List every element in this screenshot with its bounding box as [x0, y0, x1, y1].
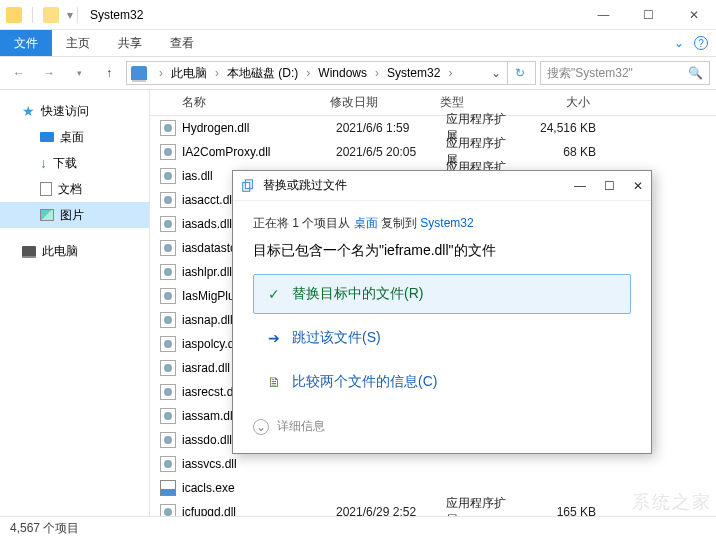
source-link[interactable]: 桌面 [354, 216, 378, 230]
separator [77, 7, 78, 23]
sidebar: ★ 快速访问 桌面 ↓ 下载 文档 图片 此电脑 [0, 90, 150, 516]
file-row[interactable]: icacls.exe [150, 476, 716, 500]
skip-icon: ➔ [266, 330, 282, 346]
sidebar-desktop[interactable]: 桌面 [0, 124, 149, 150]
dialog-minimize-button[interactable]: — [574, 179, 586, 193]
crumb-windows[interactable]: Windows [316, 66, 369, 80]
file-name: IA2ComProxy.dll [182, 145, 326, 159]
history-dropdown[interactable]: ▾ [66, 60, 92, 86]
pc-icon [22, 246, 36, 256]
refresh-button[interactable]: ↻ [507, 61, 531, 85]
col-date[interactable]: 修改日期 [320, 94, 430, 111]
file-name: Hydrogen.dll [182, 121, 326, 135]
ribbon-tabs: 文件 主页 共享 查看 ⌄ ? [0, 30, 716, 56]
check-icon: ✓ [266, 286, 282, 302]
dll-icon [160, 504, 176, 516]
close-button[interactable]: ✕ [671, 0, 716, 30]
download-icon: ↓ [40, 155, 47, 171]
qat-dropdown-icon[interactable]: ▾ [67, 8, 73, 22]
chevron-right-icon[interactable]: › [300, 66, 316, 80]
up-button[interactable]: ↑ [96, 60, 122, 86]
file-list-header: 名称 修改日期 类型 大小 [150, 90, 716, 116]
sidebar-thispc[interactable]: 此电脑 [0, 238, 149, 264]
details-label: 详细信息 [277, 418, 325, 435]
col-name[interactable]: 名称 [150, 94, 320, 111]
tab-share[interactable]: 共享 [104, 30, 156, 56]
sidebar-downloads[interactable]: ↓ 下载 [0, 150, 149, 176]
chevron-right-icon[interactable]: › [442, 66, 458, 80]
col-type[interactable]: 类型 [430, 94, 520, 111]
details-toggle[interactable]: ⌄ 详细信息 [253, 418, 631, 435]
dialog-copy-message: 正在将 1 个项目从 桌面 复制到 System32 [253, 215, 631, 232]
star-icon: ★ [22, 103, 35, 119]
file-size: 24,516 KB [526, 121, 606, 135]
dialog-close-button[interactable]: ✕ [633, 179, 643, 193]
chevron-down-icon: ⌄ [253, 419, 269, 435]
svg-rect-0 [243, 182, 250, 191]
sidebar-pictures[interactable]: 图片 [0, 202, 149, 228]
file-size: 165 KB [526, 505, 606, 516]
file-date: 2021/6/29 2:52 [326, 505, 436, 516]
search-placeholder: 搜索"System32" [547, 65, 633, 82]
sidebar-quickaccess[interactable]: ★ 快速访问 [0, 98, 149, 124]
address-bar: ← → ▾ ↑ › 此电脑 › 本地磁盘 (D:) › Windows › Sy… [0, 56, 716, 90]
dialog-maximize-button[interactable]: ☐ [604, 179, 615, 193]
dest-link[interactable]: System32 [420, 216, 473, 230]
dll-icon [160, 360, 176, 376]
crumb-thispc[interactable]: 此电脑 [169, 65, 209, 82]
file-row[interactable]: Hydrogen.dll2021/6/6 1:59应用程序扩展24,516 KB [150, 116, 716, 140]
image-icon [40, 209, 54, 221]
sidebar-item-label: 桌面 [60, 129, 84, 146]
chevron-right-icon[interactable]: › [209, 66, 225, 80]
dll-icon [160, 192, 176, 208]
dll-icon [160, 456, 176, 472]
dialog-target-message: 目标已包含一个名为"ieframe.dll"的文件 [253, 242, 631, 260]
ribbon-expand-icon[interactable]: ⌄ [674, 36, 684, 50]
sidebar-item-label: 此电脑 [42, 243, 78, 260]
dll-icon [160, 216, 176, 232]
tab-view[interactable]: 查看 [156, 30, 208, 56]
option-skip[interactable]: ➔ 跳过该文件(S) [253, 318, 631, 358]
dll-icon [160, 144, 176, 160]
option-compare[interactable]: 🗎 比较两个文件的信息(C) [253, 362, 631, 402]
window-title: System32 [90, 8, 143, 22]
minimize-button[interactable]: — [581, 0, 626, 30]
file-type: 应用程序扩展 [436, 495, 526, 516]
address-dropdown-icon[interactable]: ⌄ [485, 66, 507, 80]
dll-icon [160, 168, 176, 184]
help-icon[interactable]: ? [694, 36, 708, 50]
item-count: 4,567 个项目 [10, 520, 79, 537]
chevron-right-icon[interactable]: › [369, 66, 385, 80]
search-input[interactable]: 搜索"System32" 🔍 [540, 61, 710, 85]
dll-icon [160, 408, 176, 424]
file-row[interactable]: IA2ComProxy.dll2021/6/5 20:05应用程序扩展68 KB [150, 140, 716, 164]
option-replace[interactable]: ✓ 替换目标中的文件(R) [253, 274, 631, 314]
file-size: 68 KB [526, 145, 606, 159]
sidebar-item-label: 文档 [58, 181, 82, 198]
file-row[interactable]: icfupgd.dll2021/6/29 2:52应用程序扩展165 KB [150, 500, 716, 516]
exe-icon [160, 480, 176, 496]
file-name: icacls.exe [182, 481, 326, 495]
file-row[interactable]: iassvcs.dll [150, 452, 716, 476]
replace-skip-dialog: 替换或跳过文件 — ☐ ✕ 正在将 1 个项目从 桌面 复制到 System32… [232, 170, 652, 454]
sidebar-documents[interactable]: 文档 [0, 176, 149, 202]
sidebar-item-label: 下载 [53, 155, 77, 172]
file-name: icfupgd.dll [182, 505, 326, 516]
maximize-button[interactable]: ☐ [626, 0, 671, 30]
search-icon[interactable]: 🔍 [688, 66, 703, 80]
compare-icon: 🗎 [266, 374, 282, 390]
forward-button[interactable]: → [36, 60, 62, 86]
file-date: 2021/6/5 20:05 [326, 145, 436, 159]
folder-icon [6, 7, 22, 23]
option-label: 比较两个文件的信息(C) [292, 373, 437, 391]
back-button[interactable]: ← [6, 60, 32, 86]
crumb-drive[interactable]: 本地磁盘 (D:) [225, 65, 300, 82]
tab-file[interactable]: 文件 [0, 30, 52, 56]
file-name: iassvcs.dll [182, 457, 326, 471]
tab-home[interactable]: 主页 [52, 30, 104, 56]
dll-icon [160, 264, 176, 280]
chevron-right-icon[interactable]: › [153, 66, 169, 80]
breadcrumb[interactable]: › 此电脑 › 本地磁盘 (D:) › Windows › System32 ›… [126, 61, 536, 85]
col-size[interactable]: 大小 [520, 94, 600, 111]
crumb-system32[interactable]: System32 [385, 66, 442, 80]
